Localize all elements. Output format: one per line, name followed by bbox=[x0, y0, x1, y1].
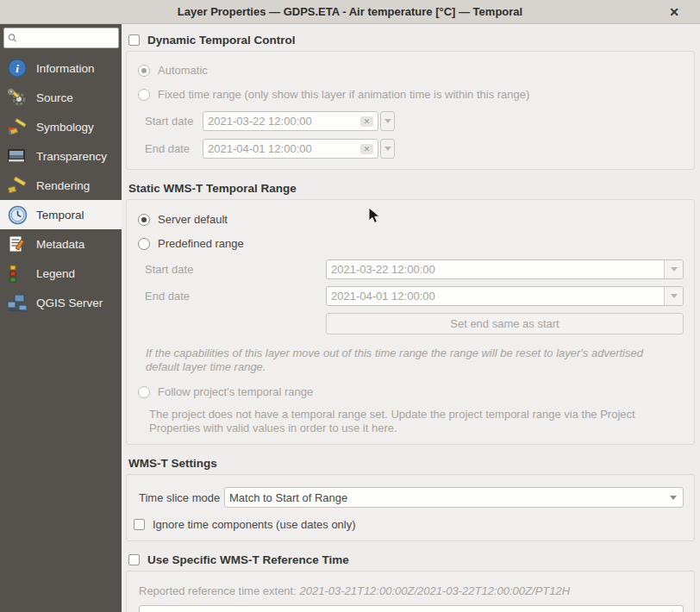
search-input[interactable] bbox=[21, 32, 115, 45]
use-reference-time-checkbox[interactable] bbox=[128, 554, 140, 565]
ignore-time-components-label: Ignore time components (use dates only) bbox=[153, 518, 356, 531]
sidebar-item-information[interactable]: i Information bbox=[0, 53, 122, 83]
dropdown-button[interactable] bbox=[664, 488, 683, 507]
time-slice-mode-combobox[interactable]: Match to Start of Range bbox=[224, 487, 684, 508]
dropdown-button[interactable] bbox=[664, 260, 683, 278]
start-date-label: Start date bbox=[145, 115, 203, 128]
time-slice-mode-value: Match to Start of Range bbox=[229, 491, 347, 504]
follow-project-range-radio[interactable] bbox=[138, 386, 150, 398]
calendar-dropdown-button[interactable] bbox=[380, 111, 395, 131]
end-date-field[interactable]: 2021-04-01 12:00:00 bbox=[326, 286, 684, 306]
clear-icon[interactable]: ✕ bbox=[360, 144, 373, 154]
chevron-down-icon bbox=[384, 147, 391, 151]
automatic-radio[interactable] bbox=[138, 65, 150, 77]
time-slice-mode-label: Time slice mode bbox=[139, 491, 220, 504]
fixed-time-range-label: Fixed time range (only show this layer i… bbox=[158, 88, 529, 101]
predefined-range-radio[interactable] bbox=[138, 238, 150, 250]
sidebar-item-label: Symbology bbox=[36, 121, 94, 134]
chevron-down-icon bbox=[384, 119, 391, 123]
start-date-value: 2021-03-22 12:00:00 bbox=[208, 115, 312, 128]
sidebar-item-label: Source bbox=[36, 91, 73, 104]
sidebar-item-label: Legend bbox=[36, 267, 75, 280]
sidebar-item-symbology[interactable]: Symbology bbox=[0, 112, 122, 141]
calendar-dropdown-button[interactable] bbox=[380, 139, 395, 159]
sidebar-item-label: Transparency bbox=[36, 150, 107, 163]
sidebar-item-temporal[interactable]: Temporal bbox=[0, 200, 122, 229]
static-wmst-range-header: Static WMS-T Temporal Range bbox=[122, 175, 700, 199]
source-icon bbox=[6, 87, 28, 108]
symbology-icon bbox=[6, 116, 28, 137]
dynamic-temporal-control-header: Dynamic Temporal Control bbox=[122, 26, 700, 51]
close-icon[interactable]: ✕ bbox=[666, 3, 683, 21]
sidebar-item-label: Rendering bbox=[36, 179, 90, 192]
reference-time-field[interactable]: 2021-03-21 12:00:00 bbox=[139, 605, 684, 612]
transparency-icon bbox=[6, 146, 28, 166]
sidebar-item-source[interactable]: Source bbox=[0, 83, 122, 112]
server-default-radio[interactable] bbox=[138, 214, 150, 226]
sidebar-item-label: Temporal bbox=[36, 209, 84, 222]
section-title: WMS-T Settings bbox=[128, 457, 217, 470]
temporal-icon bbox=[6, 204, 28, 225]
chevron-down-icon bbox=[671, 267, 678, 272]
end-date-value: 2021-04-01 12:00:00 bbox=[208, 142, 312, 155]
legend-icon bbox=[6, 263, 28, 284]
reference-time-header: Use Specific WMS-T Reference Time bbox=[122, 546, 700, 571]
end-date-label: End date bbox=[145, 142, 203, 155]
rendering-icon bbox=[6, 175, 28, 196]
section-title: Use Specific WMS-T Reference Time bbox=[147, 553, 349, 566]
search-icon bbox=[8, 33, 17, 43]
button-label: Set end same as start bbox=[450, 317, 559, 330]
dynamic-temporal-control-checkbox[interactable] bbox=[128, 34, 140, 46]
temporal-properties-page: Dynamic Temporal Control Automatic Fixed… bbox=[122, 24, 700, 612]
end-date-value: 2021-04-01 12:00:00 bbox=[331, 290, 435, 303]
predefined-range-label: Predefined range bbox=[158, 237, 244, 250]
reference-time-value: 2021-03-21 12:00:00 bbox=[144, 609, 248, 612]
start-date-field[interactable]: 2021-03-22 12:00:00 bbox=[326, 259, 684, 279]
section-title: Dynamic Temporal Control bbox=[147, 34, 296, 47]
end-date-field[interactable]: 2021-04-01 12:00:00 ✕ bbox=[203, 139, 378, 159]
automatic-label: Automatic bbox=[158, 64, 208, 77]
section-title: Static WMS-T Temporal Range bbox=[128, 182, 297, 195]
sidebar-item-legend[interactable]: Legend bbox=[0, 259, 122, 288]
sidebar-item-qgis-server[interactable]: QGIS Server bbox=[0, 288, 122, 317]
mouse-cursor bbox=[368, 207, 382, 226]
sidebar-item-label: Metadata bbox=[36, 238, 84, 251]
wmst-settings-header: WMS-T Settings bbox=[122, 450, 700, 474]
start-date-value: 2021-03-22 12:00:00 bbox=[331, 263, 435, 276]
sidebar-item-rendering[interactable]: Rendering bbox=[0, 171, 122, 200]
svg-text:i: i bbox=[16, 62, 19, 75]
follow-project-range-label: Follow project's temporal range bbox=[158, 385, 313, 398]
wmst-settings-panel: Time slice mode Match to Start of Range … bbox=[126, 474, 695, 541]
static-wmst-range-panel: Server default Predefined range Start da… bbox=[126, 199, 695, 445]
reference-extent-value: 2021-03-21T12:00:00Z/2021-03-22T12:00:00… bbox=[299, 584, 570, 597]
sidebar-item-metadata[interactable]: Metadata bbox=[0, 229, 122, 259]
ignore-time-components-checkbox[interactable] bbox=[134, 519, 145, 530]
server-default-label: Server default bbox=[158, 213, 228, 226]
titlebar: Layer Properties — GDPS.ETA - Air temper… bbox=[0, 0, 700, 24]
capabilities-note: If the capabilities of this layer move o… bbox=[146, 347, 654, 374]
project-range-note: The project does not have a temporal ran… bbox=[149, 408, 654, 435]
end-date-label: End date bbox=[145, 290, 190, 303]
sidebar-item-label: QGIS Server bbox=[36, 297, 103, 309]
set-end-same-as-start-button[interactable]: Set end same as start bbox=[326, 313, 684, 334]
reference-extent-prefix: Reported reference time extent: bbox=[139, 584, 299, 597]
reference-time-panel: Reported reference time extent: 2021-03-… bbox=[126, 571, 695, 612]
window-title: Layer Properties — GDPS.ETA - Air temper… bbox=[178, 5, 522, 18]
chevron-down-icon bbox=[670, 496, 677, 500]
sidebar-item-label: Information bbox=[36, 62, 95, 75]
start-date-label: Start date bbox=[145, 263, 193, 276]
metadata-icon bbox=[6, 234, 28, 254]
sidebar-search[interactable] bbox=[3, 28, 119, 48]
clear-icon[interactable]: ✕ bbox=[360, 116, 373, 127]
fixed-time-range-radio[interactable] bbox=[138, 89, 150, 101]
dropdown-button[interactable] bbox=[664, 287, 683, 305]
information-icon: i bbox=[6, 58, 28, 78]
sidebar-item-transparency[interactable]: Transparency bbox=[0, 141, 122, 171]
start-date-field[interactable]: 2021-03-22 12:00:00 ✕ bbox=[203, 111, 378, 131]
reference-extent-text: Reported reference time extent: 2021-03-… bbox=[139, 584, 570, 598]
dynamic-temporal-control-panel: Automatic Fixed time range (only show th… bbox=[126, 51, 695, 170]
sidebar: i Information Source Symbology Transpare… bbox=[0, 24, 122, 612]
qgis-server-icon bbox=[6, 292, 28, 313]
chevron-down-icon bbox=[671, 294, 678, 298]
